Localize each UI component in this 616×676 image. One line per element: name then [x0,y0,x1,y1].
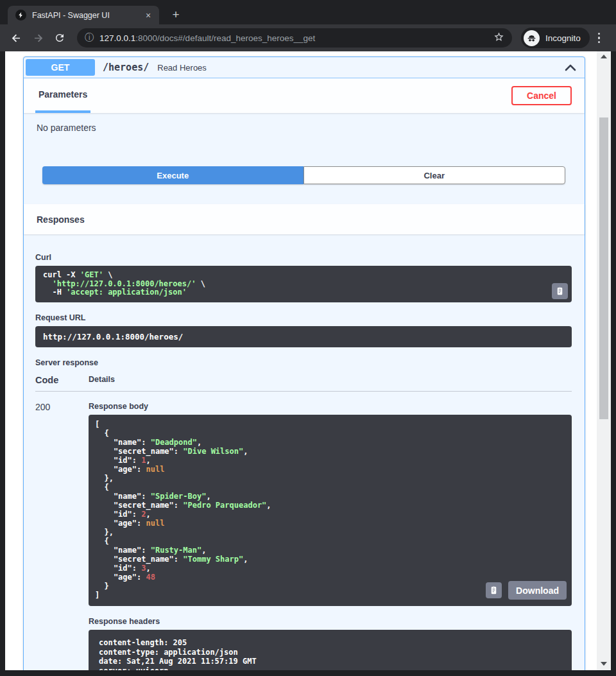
back-icon[interactable] [8,30,24,46]
scrollbar-up-icon[interactable] [597,51,611,62]
download-button[interactable]: Download [508,581,567,600]
code-line: }, [95,528,565,537]
response-body-actions: Download [486,581,567,600]
bookmark-star-icon[interactable] [493,31,504,45]
request-url-value: http://127.0.0.1:8000/heroes/ [43,333,564,342]
code-line: { [95,483,565,492]
incognito-label: Incognito [545,33,581,43]
code-line: "secret_name": "Tommy Sharp", [95,555,565,564]
response-body-code: [ { "name": "Deadpond", "secret_name": "… [95,420,565,600]
server-response-label: Server response [35,358,572,367]
url-host: 127.0.0.1 [99,33,135,43]
code-line: "name": "Rusty-Man", [95,546,565,555]
code-line: [ [95,420,565,429]
browser-tab[interactable]: FastAPI - Swagger UI × [8,6,159,24]
page-viewport: GET /heroes/ Read Heroes Parameters Canc… [5,51,611,670]
opblock-summary[interactable]: GET /heroes/ Read Heroes [24,57,585,78]
code-line: "name": "Deadpond", [95,438,565,447]
code-line: -H 'accept: application/json' [43,288,564,297]
endpoint-summary: Read Heroes [157,63,207,73]
address-bar[interactable]: ⓘ 127.0.0.1:8000/docs#/default/read_hero… [77,28,512,48]
code-column-header: Code [35,375,89,385]
code-line: content-length: 205 [99,638,561,648]
incognito-icon [524,30,540,46]
scrollbar-thumb[interactable] [599,117,608,419]
code-line: 'http://127.0.0.1:8000/heroes/' \ [43,280,564,289]
responses-title: Responses [37,214,85,225]
code-line: { [95,537,565,546]
execute-button[interactable]: Execute [42,166,304,184]
code-line: server: uvicorn [99,666,561,671]
copy-response-button[interactable] [486,582,502,598]
response-table-header: Code Details [35,375,572,392]
code-line: "secret_name": "Pedro Parqueador", [95,501,565,510]
clear-button[interactable]: Clear [304,166,566,184]
endpoint-path: /heroes/ [103,62,149,73]
response-headers-label: Response headers [89,617,572,626]
response-headers-block: content-length: 205content-type: applica… [89,630,572,670]
curl-label: Curl [35,253,572,262]
curl-code: curl -X 'GET' \ 'http://127.0.0.1:8000/h… [43,271,564,297]
code-line: "age": 48 [95,573,565,582]
tab-title: FastAPI - Swagger UI [32,11,142,20]
code-line: { [95,429,565,438]
page-scrollbar[interactable] [597,51,611,670]
browser-menu-icon[interactable] [598,33,601,44]
request-url-label: Request URL [35,313,572,322]
method-badge: GET [26,59,95,76]
tab-parameters[interactable]: Parameters [35,78,90,113]
collapse-chevron-icon[interactable] [564,63,577,72]
execute-row: Execute Clear [42,166,565,184]
no-parameters-text: No parameters [37,123,96,133]
code-line: "age": null [95,519,565,528]
code-line: "secret_name": "Dive Wilson", [95,447,565,456]
forward-icon[interactable] [30,30,46,46]
response-details: Response body [ { "name": "Deadpond", "s… [89,402,572,670]
parameters-header: Parameters Cancel [24,78,585,113]
new-tab-button[interactable]: + [168,8,184,23]
reload-icon[interactable] [51,30,68,46]
response-row-200: 200 Response body [ { "name": "Deadpond"… [35,392,572,670]
code-line: curl -X 'GET' \ [43,271,564,280]
opblock-get-heroes: GET /heroes/ Read Heroes Parameters Canc… [23,56,585,670]
details-column-header: Details [89,375,115,385]
copy-curl-button[interactable] [552,283,568,299]
tab-close-icon[interactable]: × [142,10,154,21]
fastapi-favicon-icon [15,10,26,21]
code-line: "name": "Spider-Boy", [95,492,565,501]
responses-header: Responses [24,204,585,234]
response-headers-code: content-length: 205content-type: applica… [99,638,561,670]
code-line: content-type: application/json [99,648,561,657]
code-line: }, [95,474,565,483]
code-line: "id": 2, [95,510,565,519]
code-line: date: Sat,21 Aug 2021 11:57:19 GMT [99,657,561,666]
code-line: "id": 1, [95,456,565,465]
request-url-block: http://127.0.0.1:8000/heroes/ [35,326,572,348]
browser-toolbar: ⓘ 127.0.0.1:8000/docs#/default/read_hero… [0,24,616,51]
url-path: :8000/docs#/default/read_heroes_heroes__… [135,33,315,43]
status-code: 200 [35,402,89,670]
parameters-body: No parameters [24,113,585,133]
cancel-button[interactable]: Cancel [511,86,572,105]
incognito-badge: Incognito [521,28,590,48]
page-info-icon[interactable]: ⓘ [85,32,94,44]
response-body-label: Response body [89,402,572,411]
scrollbar-down-icon[interactable] [597,659,611,669]
code-line: "id": 3, [95,564,565,573]
curl-block: curl -X 'GET' \ 'http://127.0.0.1:8000/h… [35,266,572,302]
responses-body: Curl curl -X 'GET' \ 'http://127.0.0.1:8… [24,234,585,670]
response-body-block: [ { "name": "Deadpond", "secret_name": "… [89,415,572,606]
code-line: "age": null [95,465,565,474]
browser-tab-bar: FastAPI - Swagger UI × + [0,0,616,24]
